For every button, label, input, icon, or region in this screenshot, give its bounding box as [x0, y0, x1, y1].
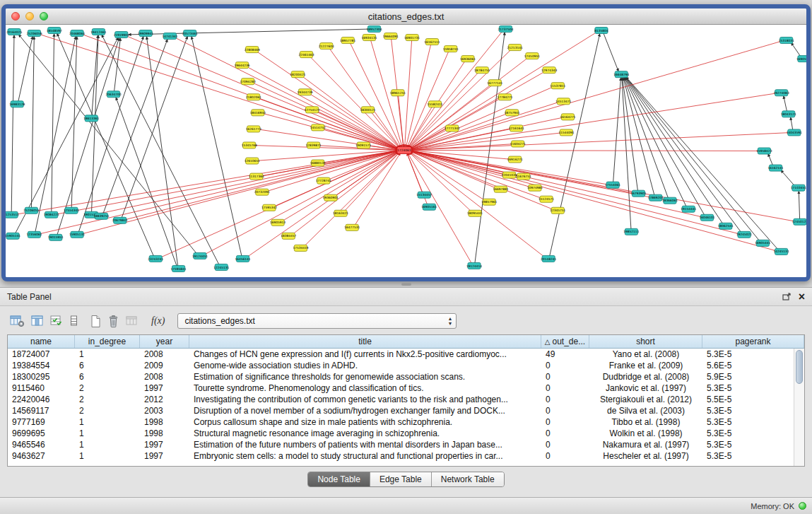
graph-node[interactable]: 18957781 [340, 37, 355, 44]
graph-node[interactable]: 21227604 [319, 43, 334, 49]
graph-node[interactable]: 17450951 [524, 53, 540, 59]
cell-name[interactable]: 22420046 [8, 394, 75, 405]
graph-node[interactable]: 19274083 [774, 90, 789, 96]
graph-node[interactable]: 16261773 [246, 126, 261, 132]
cell-short[interactable]: Hescheler et al. (1997) [589, 450, 702, 462]
graph-node[interactable]: 18366061 [662, 197, 678, 204]
cell-pagerank[interactable]: 5.3E-5 [702, 428, 794, 439]
cell-title[interactable]: Structural magnetic resonance image aver… [189, 428, 541, 439]
cell-title[interactable]: Genome-wide association studies in ADHD. [189, 360, 541, 371]
table-mode-icon[interactable] [10, 315, 25, 327]
cell-year[interactable]: 1997 [140, 450, 189, 462]
cell-title[interactable]: Changes of HCN gene expression and I(f) … [189, 349, 541, 360]
graph-node[interactable]: 11253511 [6, 211, 19, 218]
cell-out_de[interactable]: 0 [541, 428, 589, 439]
create-column-icon[interactable] [90, 315, 101, 328]
float-panel-icon[interactable] [782, 293, 792, 301]
cell-in_degree[interactable]: 1 [75, 349, 140, 360]
graph-node[interactable]: 17103451 [791, 185, 806, 191]
cell-title[interactable]: Estimation of the future numbers of pati… [189, 439, 541, 450]
cell-year[interactable]: 2009 [140, 360, 189, 371]
graph-node[interactable]: 17771341 [445, 125, 460, 132]
graph-node[interactable]: 19644236 [235, 62, 250, 69]
graph-node[interactable]: 21919901 [114, 32, 129, 38]
cell-name[interactable]: 9699695 [8, 428, 75, 439]
graph-node[interactable]: 16936061 [460, 56, 476, 62]
graph-node[interactable]: 20679841 [112, 217, 128, 223]
cell-name[interactable]: 9777169 [8, 416, 75, 428]
window-titlebar[interactable]: citations_edges.txt [6, 8, 806, 25]
graph-node[interactable]: 17595841 [171, 265, 187, 271]
graph-node[interactable]: 14741341 [162, 33, 177, 40]
panel-splitter[interactable] [0, 281, 812, 287]
cell-pagerank[interactable]: 5.6E-5 [702, 360, 794, 371]
graph-node[interactable]: 16164271 [560, 114, 575, 120]
graph-node[interactable]: 8135804 [594, 28, 608, 34]
cell-in_degree[interactable]: 1 [75, 428, 140, 439]
graph-node[interactable]: 18163421 [333, 210, 348, 216]
graph-node[interactable]: 12610651 [245, 158, 260, 164]
graph-node[interactable]: 16793901 [630, 190, 646, 197]
cell-in_degree[interactable]: 1 [75, 450, 140, 462]
graph-node[interactable]: 19360901 [323, 194, 339, 201]
cell-pagerank[interactable]: 5.3E-5 [702, 349, 794, 360]
cell-name[interactable]: 9115460 [8, 382, 75, 394]
cell-short[interactable]: Dudbridge et al. (2008) [589, 371, 702, 382]
cell-out_de[interactable]: 0 [541, 371, 589, 382]
graph-node[interactable]: 16697881 [493, 186, 508, 192]
cell-year[interactable]: 2008 [140, 349, 189, 360]
graph-node[interactable]: 11544091 [558, 129, 574, 136]
graph-node[interactable]: 22041031 [502, 172, 517, 178]
graph-node-hub[interactable]: 1724061 [397, 146, 411, 153]
cell-year[interactable]: 2003 [140, 405, 189, 416]
graph-node[interactable]: 11676751 [516, 173, 531, 180]
graph-node[interactable]: 18952304 [367, 26, 382, 33]
column-header-out_de[interactable]: △out_de... [541, 335, 589, 348]
graph-node[interactable]: 11317364 [249, 173, 264, 180]
graph-node[interactable]: 14513471 [555, 98, 571, 105]
graph-node[interactable]: 18043121 [781, 111, 796, 117]
cell-in_degree[interactable]: 6 [75, 360, 140, 371]
close-panel-icon[interactable]: × [799, 292, 805, 302]
column-header-title[interactable]: title [189, 335, 541, 348]
column-header-in_degree[interactable]: in_degree [75, 335, 140, 348]
graph-node[interactable]: 16880131 [310, 160, 326, 166]
splitter-grip[interactable] [401, 283, 411, 286]
graph-node[interactable]: 18416950 [250, 110, 266, 116]
select-all-icon[interactable] [50, 315, 64, 327]
graph-node[interactable]: 17784271 [497, 94, 512, 100]
graph-node[interactable]: 12356061 [26, 231, 42, 238]
graph-node[interactable]: 20164025 [6, 29, 22, 35]
graph-node[interactable]: 16905441 [755, 240, 770, 246]
graph-node[interactable]: 12245131 [213, 264, 229, 270]
graph-node[interactable]: 20634700 [106, 91, 122, 98]
graph-node[interactable]: 17554341 [64, 207, 79, 214]
graph-node[interactable]: 12839871 [306, 142, 322, 148]
import-table-icon[interactable] [126, 315, 139, 327]
graph-node[interactable]: 17728741 [316, 177, 331, 184]
table-row[interactable]: 1456911722003Disruption of a novel membe… [8, 405, 794, 416]
graph-node[interactable]: 18548597 [47, 28, 62, 34]
cell-name[interactable]: 14569117 [8, 405, 75, 416]
table-scrollbar-thumb[interactable] [796, 350, 803, 384]
cell-in_degree[interactable]: 6 [75, 371, 140, 382]
cell-pagerank[interactable]: 5.5E-5 [702, 394, 794, 405]
graph-node[interactable]: 19124451 [192, 252, 208, 259]
graph-node[interactable]: 16916271 [507, 156, 523, 163]
graph-node[interactable]: 15905131 [69, 231, 85, 238]
graph-node[interactable]: 16162511 [424, 39, 440, 45]
cell-title[interactable]: Tourette syndrome. Phenomenology and cla… [189, 382, 541, 394]
graph-node[interactable]: 16456141 [235, 255, 251, 262]
network-table-selector[interactable]: citations_edges.txt ▲▼ [177, 313, 457, 329]
tab-network-table[interactable]: Network Table [431, 472, 504, 486]
table-row[interactable]: 977716911998Corpus callosum shape and si… [8, 416, 794, 428]
graph-node[interactable]: 17595342 [261, 204, 277, 211]
cell-pagerank[interactable]: 5.3E-5 [702, 382, 794, 394]
table-row[interactable]: 2242004622012Investigating the contribut… [8, 394, 794, 405]
minimize-window-button[interactable] [25, 12, 34, 21]
graph-node[interactable]: 16905991 [796, 56, 806, 62]
cell-name[interactable]: 18724007 [8, 349, 75, 360]
graph-node[interactable]: 15124571 [539, 196, 554, 202]
cell-year[interactable]: 2012 [140, 394, 189, 405]
table-row[interactable]: 969969511998Structural magnetic resonanc… [8, 428, 794, 439]
